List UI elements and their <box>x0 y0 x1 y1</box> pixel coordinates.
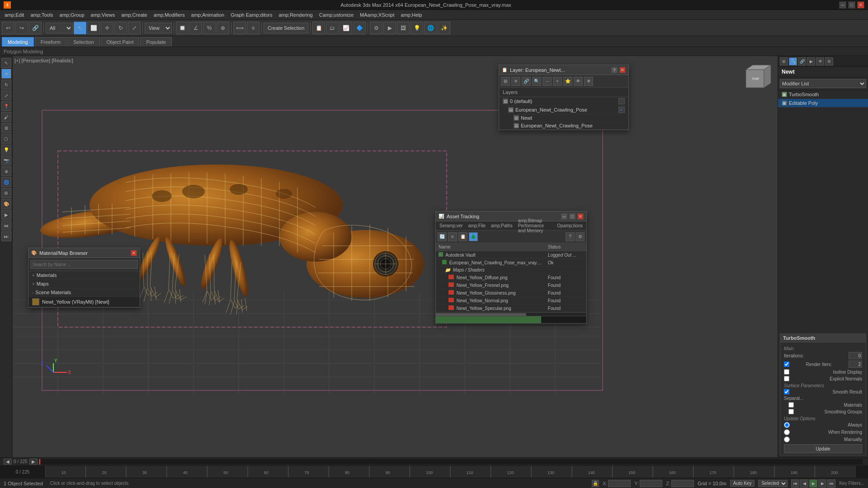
tab-modeling[interactable]: Modeling <box>2 37 34 47</box>
link-button[interactable]: 🔗 <box>29 22 42 34</box>
utilities-panel-btn[interactable]: ⚙ <box>825 57 833 66</box>
render-btn[interactable]: ▶ <box>1 210 11 220</box>
spinner-snap-button[interactable]: ⊕ <box>217 22 229 34</box>
modifier-item-turbosmooth[interactable]: ▣ TurboSmooth <box>778 90 868 99</box>
layer-0-check[interactable] <box>618 98 625 104</box>
scale-button[interactable]: ⤢ <box>128 22 141 34</box>
ts-iterations-input[interactable] <box>849 352 862 359</box>
layer-manager-button[interactable]: 📋 <box>312 22 325 34</box>
shapes-btn[interactable]: ⬡ <box>1 134 11 144</box>
select-highlight-btn[interactable]: ⭐ <box>563 77 572 86</box>
freeze-all-btn[interactable]: ❄ <box>584 77 593 86</box>
modifier-item-editablepoly[interactable]: ▦ Editable Poly <box>778 99 868 108</box>
new-layer-btn[interactable]: ⊞ <box>501 77 510 86</box>
asset-settings-btn[interactable]: ⚙ <box>576 232 585 241</box>
menu-tools[interactable]: amp;Tools <box>28 11 56 19</box>
undo-button[interactable]: ↩ <box>2 22 14 34</box>
angle-snap-button[interactable]: ∠ <box>189 22 202 34</box>
create-panel-btn[interactable]: ⊞ <box>780 57 788 66</box>
find-layer-btn[interactable]: 🔍 <box>532 77 541 86</box>
asset-row-normal[interactable]: Newt_Yellow_Normal.png Found <box>436 297 586 305</box>
ts-explicit-check[interactable] <box>784 376 789 381</box>
cameras-btn[interactable]: 📷 <box>1 155 11 165</box>
timeline[interactable]: 0 / 225 10 20 30 40 50 60 70 80 <box>0 465 868 478</box>
mat-section-materials[interactable]: + Materials <box>28 271 140 280</box>
add-selected-btn[interactable]: + <box>553 77 562 86</box>
autokey-button[interactable]: Auto Key <box>730 480 755 487</box>
lights-btn[interactable]: 💡 <box>1 145 11 155</box>
helpers-btn[interactable]: ⊕ <box>1 166 11 176</box>
move-button[interactable]: ✛ <box>101 22 113 34</box>
prev-frame-status-btn[interactable]: ◀ <box>800 479 808 488</box>
view-dropdown[interactable]: View <box>145 23 172 33</box>
tab-object-paint[interactable]: Object Paint <box>101 37 140 47</box>
asset-file-menu[interactable]: amp;File <box>467 223 487 228</box>
link-layer-btn[interactable]: 🔗 <box>522 77 531 86</box>
asset-minimize-btn[interactable]: ─ <box>561 213 567 220</box>
asset-row-diffuse[interactable]: Newt_Yellow_Diffuse.png Found <box>436 274 586 282</box>
material-browser-close-btn[interactable]: ✕ <box>131 250 137 256</box>
render-frame-button[interactable]: 🖼 <box>397 22 410 34</box>
next-frame-status-btn[interactable]: ▶ <box>818 479 826 488</box>
effects-button[interactable]: ✨ <box>438 22 450 34</box>
tab-selection[interactable]: Selection <box>67 37 99 47</box>
asset-row-glossiness[interactable]: Newt_Yellow_Glossiness.png Found <box>436 289 586 297</box>
rotate-button[interactable]: ↻ <box>114 22 127 34</box>
material-browser-titlebar[interactable]: 🎨 Material/Map Browser ✕ <box>28 248 140 258</box>
curve-editor-button[interactable]: 📈 <box>340 22 352 34</box>
environment-button[interactable]: 🌐 <box>424 22 437 34</box>
ts-renderiters-check[interactable] <box>784 361 789 367</box>
ts-materials-check[interactable] <box>788 402 794 408</box>
ts-panel-header[interactable]: TurboSmooth <box>780 334 866 343</box>
spacewarps-btn[interactable]: 🌀 <box>1 177 11 187</box>
render-setup-button[interactable]: ⚙ <box>370 22 382 34</box>
mirror-button[interactable]: ⟺ <box>233 22 246 34</box>
asset-row-maps-folder[interactable]: 📁 Maps / Shaders <box>436 267 586 274</box>
asset-scrollbar[interactable] <box>436 312 586 316</box>
render-button[interactable]: ▶ <box>383 22 396 34</box>
menu-customize[interactable]: Camp;ustomize <box>316 11 356 19</box>
scale-tool-btn[interactable]: ⤢ <box>1 90 11 100</box>
layer-row-newt[interactable]: ▤ Newt <box>510 114 628 122</box>
menu-modifiers[interactable]: amp;Modifiers <box>151 11 188 19</box>
layer-row-pose2[interactable]: ▤ European_Newt_Crawling_Pose <box>510 122 628 130</box>
tab-freeform[interactable]: Freeform <box>35 37 67 47</box>
play-btn[interactable]: ▶ <box>809 479 817 488</box>
hierarchy-panel-btn[interactable]: 🔗 <box>798 57 806 66</box>
delete-layer-btn[interactable]: ✕ <box>511 77 520 86</box>
skip-start-btn[interactable]: ⏮ <box>791 479 799 488</box>
asset-row-vault[interactable]: Autodesk Vault Logged Out ... <box>436 251 586 259</box>
asset-refresh-btn[interactable]: 🔄 <box>438 232 447 241</box>
ts-renderiters-input[interactable] <box>849 361 862 368</box>
asset-row-maxfile[interactable]: European_Newt_Crawling_Pose_max_vray.max… <box>436 259 586 267</box>
snap-button[interactable]: 🔲 <box>176 22 189 34</box>
skip-end-btn[interactable]: ⏭ <box>827 479 835 488</box>
layer-close-btn[interactable]: ✕ <box>619 67 626 73</box>
modify-panel-btn[interactable]: 🔧 <box>789 57 797 66</box>
menu-animation[interactable]: amp;Animation <box>189 11 227 19</box>
asset-close-btn[interactable]: ✕ <box>577 213 584 220</box>
mat-section-scene[interactable]: - Scene Materials <box>28 288 140 297</box>
ts-smoothgroups-check[interactable] <box>788 409 794 414</box>
asset-window-titlebar[interactable]: 📊 Asset Tracking ─ □ ✕ <box>436 211 586 221</box>
select-object-btn[interactable]: ↖ <box>1 58 11 68</box>
display-panel-btn[interactable]: 👁 <box>816 57 824 66</box>
asset-row-specular[interactable]: Newt_Yellow_Specular.png Found <box>436 305 586 312</box>
tab-populate[interactable]: Populate <box>140 37 171 47</box>
next-frame-btn[interactable]: ⏭ <box>1 231 11 241</box>
move-to-layer-btn[interactable]: → <box>542 77 552 86</box>
menu-group[interactable]: amp;Group <box>57 11 87 19</box>
keying-dropdown[interactable]: Selected <box>758 480 788 487</box>
x-value[interactable] <box>608 480 631 487</box>
maximize-button[interactable]: □ <box>848 1 855 9</box>
ts-always-radio[interactable] <box>784 422 790 428</box>
menu-create[interactable]: amp;Create <box>118 11 150 19</box>
place-tool-btn[interactable]: 📍 <box>1 101 11 111</box>
ts-whenrendering-radio[interactable] <box>784 429 790 435</box>
asset-options-menu[interactable]: Opamp;tions <box>555 223 585 228</box>
ts-manually-radio[interactable] <box>784 436 790 442</box>
redo-button[interactable]: ↪ <box>15 22 28 34</box>
motion-panel-btn[interactable]: ▶ <box>807 57 815 66</box>
y-value[interactable] <box>640 480 662 487</box>
material-search-input[interactable] <box>30 260 138 269</box>
